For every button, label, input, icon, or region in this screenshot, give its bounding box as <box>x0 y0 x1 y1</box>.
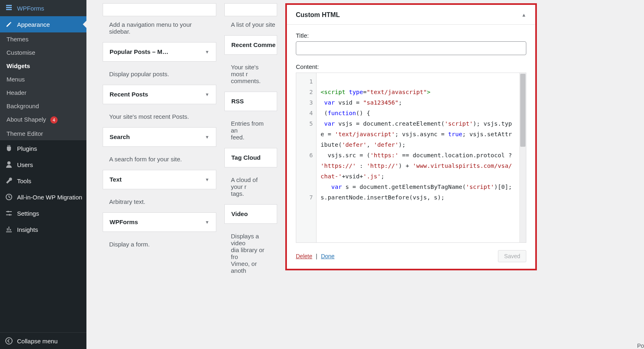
sidebar-item-aio-migration[interactable]: All-in-One WP Migration <box>0 189 86 205</box>
chevron-down-icon: ▼ <box>205 49 209 54</box>
done-link[interactable]: Done <box>321 253 334 259</box>
svg-point-2 <box>9 214 11 216</box>
sidebar-sub-customise[interactable]: Customise <box>0 46 86 59</box>
widget-title: RSS <box>231 98 244 105</box>
widget-title: Video <box>231 210 248 217</box>
sidebar-sub-theme-editor[interactable]: Theme Editor <box>0 127 86 140</box>
chevron-down-icon: ▼ <box>205 92 209 97</box>
sidebar-sub-themes[interactable]: Themes <box>0 32 86 46</box>
update-badge: 4 <box>50 116 58 124</box>
code-editor[interactable]: 12345 6 7 <script type="text/javascript"… <box>296 73 526 243</box>
sidebar-item-label: Settings <box>17 210 39 217</box>
widget-desc: Displays a video dia library or fro Vime… <box>224 229 277 281</box>
saved-button: Saved <box>498 250 526 262</box>
chevron-down-icon: ▼ <box>205 135 209 139</box>
sidebar-sub-header[interactable]: Header <box>0 86 86 99</box>
widget-title: WPForms <box>110 218 138 225</box>
widget-title: Recent Posts <box>110 91 148 98</box>
separator: | <box>314 253 319 259</box>
code-content[interactable]: <script type="text/javascript"> var vsid… <box>317 73 519 242</box>
widget-desc: A cloud of your r tags. <box>224 172 277 204</box>
svg-point-3 <box>6 338 12 344</box>
sidebar-item-tools[interactable]: Tools <box>0 173 86 189</box>
widget-desc: A search form for your site. <box>103 152 216 170</box>
sidebar-item-settings[interactable]: Settings <box>0 205 86 221</box>
wrench-icon <box>5 177 13 185</box>
sidebar-item-label: Tools <box>17 178 31 184</box>
sidebar-item-label: Plugins <box>17 145 37 152</box>
widget-panel-title: Custom HTML <box>296 11 340 19</box>
brush-icon <box>5 20 13 28</box>
widget-title: Popular Posts – M… <box>110 48 168 55</box>
sidebar-item-label: About Shapely <box>6 116 46 123</box>
migrate-icon <box>5 193 13 201</box>
widget-card-recent-posts[interactable]: Recent Posts▼ <box>103 85 216 104</box>
widget-card-video[interactable]: Video <box>224 204 277 224</box>
widget-title: Tag Cloud <box>231 154 261 161</box>
widget-desc: Add a navigation menu to your sidebar. <box>103 21 216 42</box>
sidebar-item-plugins[interactable]: Plugins <box>0 140 86 156</box>
sidebar-item-users[interactable]: Users <box>0 156 86 173</box>
widget-desc: Display popular posts. <box>103 66 216 85</box>
plug-icon <box>5 144 13 152</box>
collapse-icon <box>5 337 13 345</box>
widget-desc: Arbitrary text. <box>103 194 216 212</box>
widget-column-left: Add a navigation menu to your sidebar. P… <box>103 3 216 281</box>
widget-panel-header[interactable]: Custom HTML ▲ <box>287 5 535 25</box>
widget-card[interactable] <box>224 3 277 16</box>
appearance-submenu: Themes Customise Widgets Menus Header Ba… <box>0 32 86 140</box>
sidebar-sub-widgets[interactable]: Widgets <box>0 59 86 73</box>
widget-desc: Your site's most r comments. <box>224 60 277 92</box>
sidebar-item-label: WPForms <box>17 5 44 12</box>
collapse-label: Collapse menu <box>17 338 58 345</box>
delete-link[interactable]: Delete <box>296 253 312 259</box>
sidebar-item-wpforms[interactable]: WPForms <box>0 0 86 16</box>
custom-html-widget-panel: Custom HTML ▲ Title: Content: 12345 6 7 … <box>285 3 537 281</box>
main-content: Add a navigation menu to your sidebar. P… <box>86 0 644 349</box>
form-icon <box>5 4 13 12</box>
scrollbar[interactable] <box>519 73 526 242</box>
chevron-up-icon: ▲ <box>521 12 526 18</box>
widget-card-popular-posts[interactable]: Popular Posts – M…▼ <box>103 42 216 62</box>
widget-desc: A list of your site <box>224 21 277 35</box>
widget-card-wpforms[interactable]: WPForms▼ <box>103 212 216 232</box>
user-icon <box>5 161 13 169</box>
sidebar-item-label: Appearance <box>17 21 50 28</box>
sidebar-item-insights[interactable]: Insights <box>0 221 86 238</box>
chevron-down-icon: ▼ <box>205 220 209 225</box>
svg-point-1 <box>7 211 9 212</box>
sidebar-sub-background[interactable]: Background <box>0 99 86 113</box>
widget-desc: Display a form. <box>103 237 216 255</box>
content-label: Content: <box>296 63 526 70</box>
widget-card-search[interactable]: Search▼ <box>103 127 216 147</box>
widget-title: Recent Comme <box>231 41 276 48</box>
widget-card-rss[interactable]: RSS <box>224 92 277 111</box>
sidebar-item-label: Users <box>17 161 33 168</box>
widget-desc: Your site's most recent Posts. <box>103 109 216 127</box>
widget-card-recent-comments[interactable]: Recent Comme <box>224 35 277 55</box>
chart-icon <box>5 225 13 233</box>
corner-text: Po <box>637 343 644 349</box>
title-label: Title: <box>296 32 526 39</box>
widget-title: Search <box>110 133 130 140</box>
widget-title-input[interactable] <box>296 41 526 55</box>
widget-card[interactable] <box>103 3 216 16</box>
code-gutter: 12345 6 7 <box>296 73 317 242</box>
widget-card-tag-cloud[interactable]: Tag Cloud <box>224 148 277 167</box>
sidebar-sub-about-shapely[interactable]: About Shapely 4 <box>0 113 86 127</box>
widget-title: Text <box>110 176 122 183</box>
collapse-menu-button[interactable]: Collapse menu <box>0 332 86 349</box>
widget-column-mid: A list of your site Recent Comme Your si… <box>224 3 277 281</box>
chevron-down-icon: ▼ <box>205 177 209 182</box>
sidebar-sub-menus[interactable]: Menus <box>0 73 86 86</box>
sidebar-item-label: Insights <box>17 226 38 233</box>
sidebar-item-label: All-in-One WP Migration <box>17 194 82 201</box>
sliders-icon <box>5 209 13 217</box>
widget-desc: Entries from an feed. <box>224 116 277 148</box>
admin-sidebar: WPForms Appearance Themes Customise Widg… <box>0 0 86 349</box>
sidebar-item-appearance[interactable]: Appearance <box>0 16 86 32</box>
widget-card-text[interactable]: Text▼ <box>103 170 216 189</box>
